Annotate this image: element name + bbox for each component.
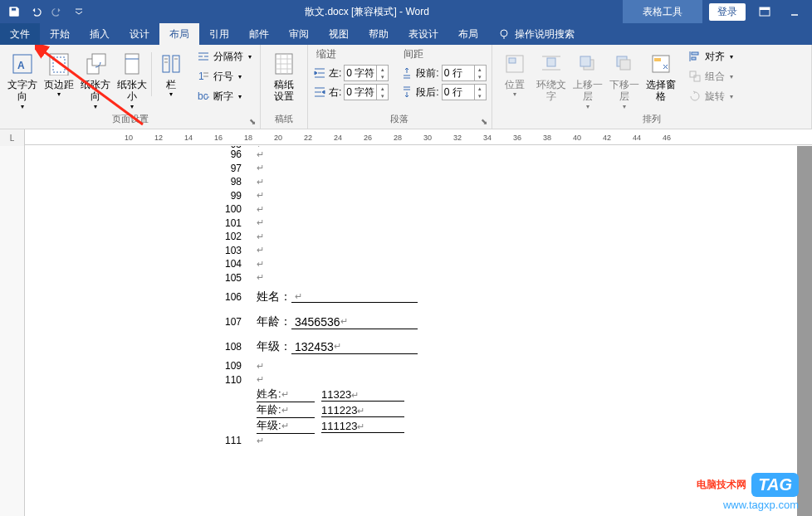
tab-selector[interactable]: L	[0, 129, 25, 146]
group-button[interactable]: 组合▾	[685, 67, 736, 85]
table-row[interactable]: 年龄:↵111223↵	[257, 402, 797, 418]
tab-table-design[interactable]: 表设计	[399, 23, 448, 45]
text-direction-button[interactable]: A 文字方向▾	[5, 47, 40, 111]
form-field[interactable]: 132453↵	[291, 340, 418, 354]
login-button[interactable]: 登录	[709, 3, 746, 21]
table-cell-label[interactable]: 年级:↵	[257, 418, 315, 434]
svg-rect-43	[690, 71, 696, 77]
form-label: 年级：	[257, 339, 291, 354]
document-line[interactable]: 102↵	[212, 230, 797, 244]
ruler-tick	[588, 130, 603, 144]
vertical-ruler[interactable]	[0, 146, 25, 516]
tab-mailings[interactable]: 邮件	[239, 23, 279, 45]
tab-file[interactable]: 文件	[0, 23, 40, 45]
minimize-button[interactable]	[784, 2, 805, 21]
form-row[interactable]: 年级：132453↵	[257, 334, 418, 359]
space-before-input[interactable]: 0 行▴▾	[442, 65, 487, 81]
ribbon-tabs: 文件 开始 插入 设计 布局 引用 邮件 审阅 视图 帮助 表设计 布局 操作说…	[0, 23, 812, 45]
line-number: 111	[212, 435, 242, 446]
paragraph-mark: ↵	[295, 291, 302, 302]
hyphenation-button[interactable]: bc断字▾	[193, 87, 255, 105]
tab-table-layout[interactable]: 布局	[448, 23, 488, 45]
table-cell-value[interactable]: 111223↵	[321, 404, 404, 417]
paragraph-mark: ↵	[257, 204, 264, 215]
tab-view[interactable]: 视图	[319, 23, 359, 45]
paragraph-mark: ↵	[257, 272, 264, 283]
ruler-tick	[169, 130, 184, 144]
bring-forward-button[interactable]: 上移一层▾	[570, 47, 605, 111]
form-label: 姓名：	[257, 290, 291, 304]
document-line[interactable]: 111↵	[212, 434, 797, 448]
document-line[interactable]: 96↵	[212, 148, 797, 162]
document-page[interactable]: 95↵96↵97↵98↵99↵100↵101↵102↵103↵104↵105↵1…	[25, 146, 797, 516]
space-after-input[interactable]: 0 行▴▾	[442, 84, 487, 100]
form-field[interactable]: ↵	[291, 291, 418, 303]
tab-references[interactable]: 引用	[199, 23, 239, 45]
tab-help[interactable]: 帮助	[359, 23, 399, 45]
form-row[interactable]: 姓名：↵	[257, 285, 418, 309]
tab-review[interactable]: 审阅	[279, 23, 319, 45]
group-page-setup: A 文字方向▾ 页边距▾ 纸张方向▾ 纸张大小▾ 栏▾ 分隔符▾	[0, 45, 261, 129]
page-setup-dialog-launcher[interactable]: ⬊	[247, 115, 258, 127]
form-field[interactable]: 3456536↵	[291, 315, 418, 329]
tab-home[interactable]: 开始	[40, 23, 80, 45]
indent-left-input[interactable]: 0 字符▴▾	[344, 65, 389, 81]
orientation-button[interactable]: 纸张方向▾	[78, 47, 113, 111]
document-line[interactable]: 99↵	[212, 189, 797, 203]
document-line[interactable]: 110↵	[212, 373, 797, 387]
document-line[interactable]: 100↵	[212, 202, 797, 217]
tab-design[interactable]: 设计	[120, 23, 159, 45]
save-button[interactable]	[5, 2, 23, 21]
ruler[interactable]: L 10121416182022242628303234363840424446	[0, 129, 812, 146]
document-line[interactable]: 98↵	[212, 175, 797, 189]
document-line[interactable]: 104↵	[212, 257, 797, 271]
space-before-icon	[400, 66, 413, 80]
tell-me-search[interactable]: 操作说明搜索	[488, 23, 585, 45]
table-cell-value[interactable]: 11323↵	[321, 388, 404, 402]
ribbon-display-options[interactable]	[754, 2, 775, 21]
paragraph-mark: ↵	[281, 405, 289, 415]
table-cell-label[interactable]: 年龄:↵	[257, 402, 315, 418]
line-numbers-button[interactable]: 1行号▾	[193, 67, 255, 85]
document-line[interactable]: 103↵	[212, 244, 797, 258]
table-row[interactable]: 姓名:↵11323↵	[257, 387, 797, 402]
position-button[interactable]: 位置▾	[497, 47, 532, 111]
breaks-button[interactable]: 分隔符▾	[193, 47, 255, 66]
paragraph-mark: ↵	[257, 231, 264, 242]
selection-pane-button[interactable]: 选择窗格	[643, 47, 678, 111]
paragraph-dialog-launcher[interactable]: ⬊	[478, 115, 490, 127]
rotate-button[interactable]: 旋转▾	[685, 87, 736, 105]
svg-text:A: A	[17, 60, 25, 71]
tab-layout[interactable]: 布局	[159, 23, 199, 45]
table-cell-label[interactable]: 姓名:↵	[257, 387, 315, 402]
svg-text:bc: bc	[198, 90, 208, 102]
form-row[interactable]: 年龄：3456536↵	[257, 309, 418, 334]
document-area: 95↵96↵97↵98↵99↵100↵101↵102↵103↵104↵105↵1…	[0, 146, 812, 516]
ruler-tick: 28	[394, 130, 408, 144]
table-cell-value[interactable]: 111123↵	[321, 420, 404, 433]
document-line[interactable]: 101↵	[212, 217, 797, 231]
line-number: 98	[212, 176, 242, 187]
inline-table[interactable]: 姓名:↵11323↵年龄:↵111223↵年级:↵111123↵	[257, 387, 797, 434]
ruler-tick	[648, 130, 663, 144]
undo-button[interactable]	[27, 2, 45, 21]
margins-button[interactable]: 页边距▾	[42, 47, 76, 111]
columns-button[interactable]: 栏▾	[154, 47, 188, 111]
table-row[interactable]: 年级:↵111123↵	[257, 418, 797, 434]
indent-right-input[interactable]: 0 字符▴▾	[344, 84, 389, 100]
wrap-text-button[interactable]: 环绕文字	[534, 47, 569, 111]
manuscript-settings-button[interactable]: 稿纸 设置	[266, 47, 302, 111]
paragraph-mark: ↵	[334, 341, 341, 352]
redo-button[interactable]	[48, 2, 66, 21]
ruler-tick	[379, 130, 394, 144]
window-title: 散文.docx [兼容模式] - Word	[201, 5, 533, 19]
document-line[interactable]: 97↵	[212, 162, 797, 176]
align-button[interactable]: 对齐▾	[685, 47, 736, 66]
tab-insert[interactable]: 插入	[80, 23, 120, 45]
send-backward-button[interactable]: 下移一层▾	[607, 47, 642, 111]
size-button[interactable]: 纸张大小▾	[115, 47, 149, 111]
document-line[interactable]: 105↵	[212, 271, 797, 285]
paragraph-mark: ↵	[257, 217, 264, 228]
document-line[interactable]: 109↵	[212, 359, 797, 373]
qat-customize-button[interactable]	[70, 2, 88, 21]
